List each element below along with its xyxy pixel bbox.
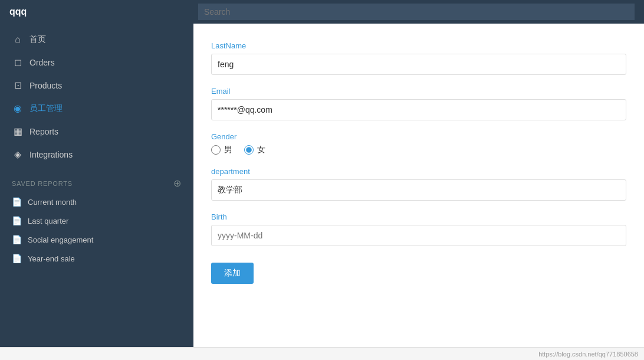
sidebar-item-reports[interactable]: ▦Reports [0, 120, 193, 143]
lastname-input[interactable] [211, 54, 626, 75]
sidebar-item-label-products: Products [29, 81, 62, 90]
saved-report-label-current-month: Current month [28, 198, 77, 207]
orders-icon: ◻ [12, 57, 24, 68]
sidebar: ⌂首页◻Orders⊡Products◉员工管理▦Reports◈Integra… [0, 24, 193, 347]
department-input[interactable] [211, 179, 626, 201]
doc-icon-social-engagement: 📄 [12, 235, 22, 244]
sidebar-item-employee[interactable]: ◉员工管理 [0, 97, 193, 120]
gender-group: Gender 男 女 [211, 132, 626, 155]
email-input[interactable] [211, 99, 626, 120]
employee-icon: ◉ [12, 103, 24, 114]
products-icon: ⊡ [12, 80, 24, 91]
saved-report-current-month[interactable]: 📄Current month [0, 192, 193, 211]
gender-female-radio[interactable] [244, 145, 254, 155]
email-label: Email [211, 87, 626, 96]
reports-icon: ▦ [12, 126, 24, 137]
birth-input[interactable] [211, 225, 626, 246]
gender-male-option[interactable]: 男 [211, 145, 232, 155]
doc-icon-last-quarter: 📄 [12, 216, 22, 225]
main-content: LastName Email Gender 男 女 de [193, 24, 644, 347]
status-url: https://blog.csdn.net/qq771850658 [538, 351, 638, 358]
saved-report-label-social-engagement: Social engagement [28, 235, 93, 244]
department-group: department [211, 167, 626, 201]
sidebar-item-label-employee: 员工管理 [29, 103, 63, 114]
gender-female-label: 女 [257, 145, 265, 155]
doc-icon-year-end-sale: 📄 [12, 254, 22, 263]
birth-group: Birth [211, 212, 626, 246]
saved-report-label-last-quarter: Last quarter [28, 217, 68, 225]
sidebar-item-label-orders: Orders [29, 58, 55, 67]
add-report-icon[interactable]: ⊕ [173, 178, 182, 189]
sidebar-nav: ⌂首页◻Orders⊡Products◉员工管理▦Reports◈Integra… [0, 24, 193, 171]
home-icon: ⌂ [12, 34, 24, 45]
sidebar-item-integrations[interactable]: ◈Integrations [0, 143, 193, 166]
doc-icon-current-month: 📄 [12, 197, 22, 207]
topbar: qqq [0, 0, 644, 24]
gender-male-label: 男 [224, 145, 232, 155]
gender-male-radio[interactable] [211, 145, 221, 155]
sidebar-item-label-home: 首页 [29, 34, 46, 45]
sidebar-item-products[interactable]: ⊡Products [0, 74, 193, 97]
saved-report-last-quarter[interactable]: 📄Last quarter [0, 211, 193, 230]
saved-reports-title: SAVED REPORTS [12, 180, 73, 187]
saved-report-social-engagement[interactable]: 📄Social engagement [0, 230, 193, 249]
submit-button[interactable]: 添加 [211, 263, 254, 284]
sidebar-item-label-integrations: Integrations [29, 150, 73, 159]
sidebar-item-home[interactable]: ⌂首页 [0, 28, 193, 51]
sidebar-item-label-reports: Reports [29, 127, 58, 136]
search-input[interactable] [198, 4, 635, 20]
saved-report-year-end-sale[interactable]: 📄Year-end sale [0, 249, 193, 268]
integrations-icon: ◈ [12, 149, 24, 160]
lastname-label: LastName [211, 41, 626, 50]
app-title: qqq [9, 6, 198, 17]
main-layout: ⌂首页◻Orders⊡Products◉员工管理▦Reports◈Integra… [0, 24, 644, 347]
department-label: department [211, 167, 626, 176]
email-group: Email [211, 87, 626, 120]
saved-reports-section: SAVED REPORTS ⊕ [0, 171, 193, 192]
lastname-group: LastName [211, 41, 626, 75]
sidebar-item-orders[interactable]: ◻Orders [0, 51, 193, 74]
saved-report-label-year-end-sale: Year-end sale [28, 254, 75, 263]
gender-options: 男 女 [211, 145, 626, 155]
gender-female-option[interactable]: 女 [244, 145, 265, 155]
statusbar: https://blog.csdn.net/qq771850658 [0, 347, 644, 360]
birth-label: Birth [211, 212, 626, 221]
gender-label: Gender [211, 132, 626, 141]
